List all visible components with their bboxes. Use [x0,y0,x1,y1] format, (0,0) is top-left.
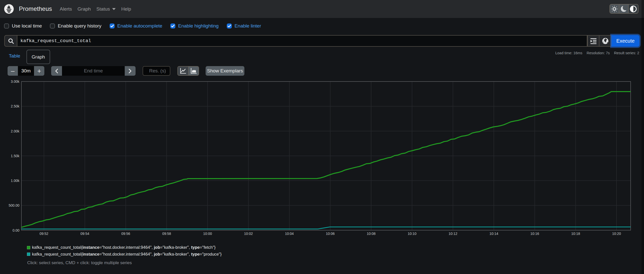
svg-text:1.00k: 1.00k [11,179,20,183]
svg-text:10:16: 10:16 [530,232,539,236]
svg-text:09:54: 09:54 [80,232,89,236]
svg-text:09:56: 09:56 [121,232,130,236]
svg-text:10:10: 10:10 [408,232,416,236]
svg-text:09:52: 09:52 [40,232,48,236]
svg-text:1.50k: 1.50k [11,154,20,158]
svg-text:10:06: 10:06 [326,232,335,236]
svg-text:500.00: 500.00 [9,203,19,207]
svg-text:10:02: 10:02 [244,232,253,236]
svg-text:10:00: 10:00 [203,232,212,236]
svg-text:10:12: 10:12 [448,232,457,236]
svg-text:2.50k: 2.50k [11,104,20,108]
svg-text:10:20: 10:20 [612,232,621,236]
svg-text:10:08: 10:08 [367,232,375,236]
svg-text:10:04: 10:04 [285,232,294,236]
svg-text:0.00: 0.00 [13,228,19,232]
svg-text:10:18: 10:18 [571,232,580,236]
svg-text:10:14: 10:14 [489,232,498,236]
svg-text:3.00k: 3.00k [11,79,20,84]
svg-text:2.00k: 2.00k [11,129,20,133]
svg-text:09:58: 09:58 [162,232,171,236]
